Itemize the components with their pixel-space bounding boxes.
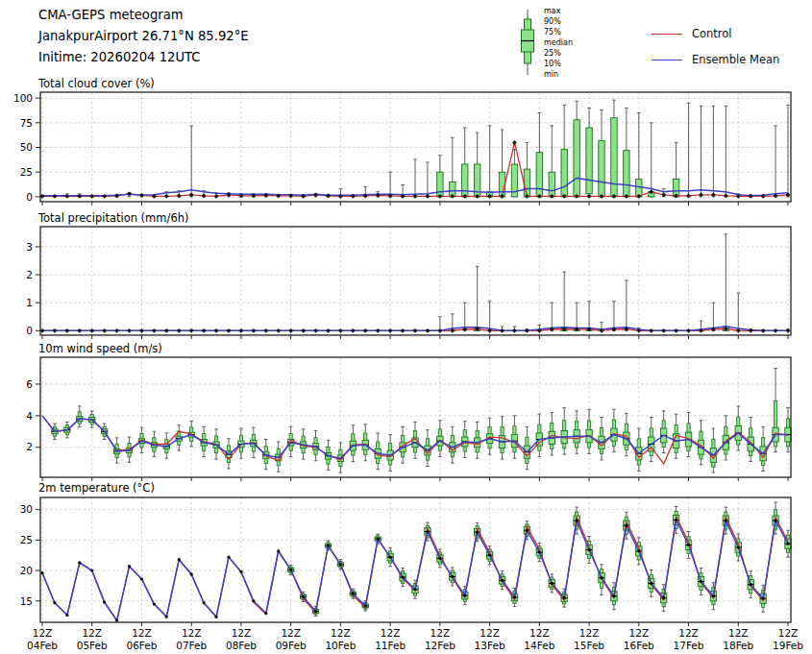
svg-text:12Z: 12Z	[678, 627, 699, 639]
svg-text:17Feb: 17Feb	[674, 640, 704, 651]
svg-text:12Z: 12Z	[182, 627, 202, 639]
svg-text:13Feb: 13Feb	[475, 640, 505, 651]
svg-text:12Z: 12Z	[33, 627, 53, 639]
temp-y-axis: 15202530	[20, 503, 40, 606]
svg-text:12Z: 12Z	[728, 627, 749, 639]
svg-text:50: 50	[20, 141, 33, 153]
svg-text:18Feb: 18Feb	[723, 640, 753, 651]
precip-border	[40, 227, 791, 335]
svg-text:2: 2	[26, 441, 33, 452]
meteogram-figure: CMA-GEPS meteogram JanakpurAirport 26.71…	[0, 0, 812, 654]
svg-text:6: 6	[26, 378, 33, 390]
svg-text:05Feb: 05Feb	[77, 640, 108, 651]
svg-text:0: 0	[26, 191, 33, 203]
x-axis-labels: 12Z04Feb12Z05Feb12Z06Feb12Z07Feb12Z08Feb…	[27, 627, 803, 651]
svg-text:100: 100	[13, 92, 33, 104]
svg-text:12Z: 12Z	[331, 627, 351, 639]
svg-text:19Feb: 19Feb	[773, 640, 803, 651]
precip-y-axis: 0123	[26, 241, 40, 336]
svg-text:10Feb: 10Feb	[325, 640, 356, 651]
svg-text:12Z: 12Z	[480, 627, 500, 639]
meteogram-canvas: 025507510001232461520253012Z04Feb12Z05Fe…	[0, 0, 812, 654]
precip-boxplots	[438, 234, 790, 330]
svg-text:12Z: 12Z	[281, 627, 301, 639]
svg-text:12Z: 12Z	[381, 627, 401, 639]
svg-text:15Feb: 15Feb	[574, 640, 604, 651]
svg-text:16Feb: 16Feb	[624, 640, 654, 651]
svg-text:20: 20	[20, 565, 33, 576]
svg-text:1: 1	[26, 297, 33, 308]
svg-text:14Feb: 14Feb	[524, 640, 554, 651]
wind-grid	[40, 357, 791, 477]
svg-text:04Feb: 04Feb	[27, 640, 58, 651]
panel-temp: 15202530	[20, 497, 792, 626]
svg-text:12Z: 12Z	[778, 627, 799, 639]
svg-text:06Feb: 06Feb	[126, 640, 157, 651]
svg-text:12Z: 12Z	[431, 627, 451, 639]
svg-text:25: 25	[20, 534, 33, 545]
precip-grid	[40, 227, 791, 335]
svg-text:15: 15	[20, 595, 33, 607]
svg-text:12Z: 12Z	[132, 627, 152, 639]
svg-text:25: 25	[20, 166, 33, 178]
panel-wind: 246	[26, 357, 791, 481]
svg-text:4: 4	[26, 410, 33, 422]
svg-text:12Z: 12Z	[529, 627, 550, 639]
svg-text:09Feb: 09Feb	[276, 640, 307, 651]
svg-text:2: 2	[26, 269, 33, 280]
cloud-y-axis: 0255075100	[13, 92, 40, 203]
svg-text:3: 3	[26, 241, 33, 253]
panel-cloud: 0255075100	[13, 92, 791, 206]
svg-text:12Z: 12Z	[232, 627, 252, 639]
cloud-boxplots	[40, 100, 790, 197]
svg-text:11Feb: 11Feb	[375, 640, 406, 651]
wind-y-axis: 246	[26, 378, 40, 453]
svg-text:12Feb: 12Feb	[425, 640, 455, 651]
svg-text:0: 0	[26, 325, 33, 336]
svg-text:07Feb: 07Feb	[176, 640, 207, 651]
wind-border	[40, 357, 791, 477]
svg-text:75: 75	[20, 117, 33, 129]
precip-markers	[40, 327, 791, 333]
svg-text:08Feb: 08Feb	[226, 640, 257, 651]
panel-precip: 0123	[26, 227, 791, 339]
svg-text:12Z: 12Z	[579, 627, 600, 639]
svg-text:30: 30	[20, 503, 33, 515]
svg-text:12Z: 12Z	[629, 627, 650, 639]
svg-text:12Z: 12Z	[82, 627, 102, 639]
